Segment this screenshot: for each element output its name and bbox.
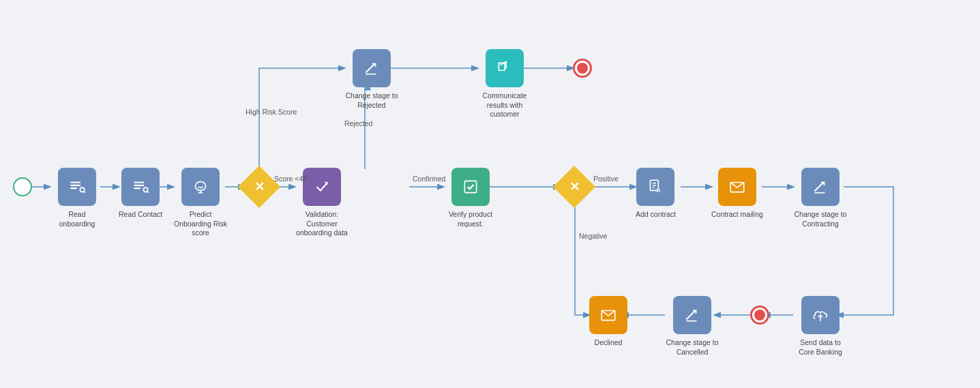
node-read-onboarding[interactable]: Read onboarding (50, 168, 104, 228)
node-verify-product[interactable]: Verify product request. (443, 168, 498, 228)
label-high-risk: High Risk Score (246, 108, 297, 116)
start-event (13, 177, 32, 196)
gateway-1[interactable]: ✕ (244, 172, 274, 202)
svg-rect-16 (70, 185, 80, 186)
node-change-rejected[interactable]: Change stage to Rejected (344, 49, 399, 110)
svg-point-23 (143, 188, 148, 192)
node-contract-mailing[interactable]: Contract mailing (711, 168, 763, 220)
node-declined[interactable]: Declined (589, 296, 627, 348)
node-change-contracting[interactable]: Change stage to Contracting (793, 168, 848, 228)
label-positive: Positive (593, 175, 619, 183)
svg-rect-29 (464, 181, 476, 192)
end-event-top (573, 59, 592, 78)
svg-line-19 (84, 192, 85, 193)
gateway-2[interactable]: ✕ (559, 172, 589, 202)
label-confirmed: Confirmed (413, 175, 445, 183)
svg-rect-21 (134, 185, 144, 186)
node-read-contact[interactable]: Read Contact (119, 168, 162, 220)
svg-point-25 (195, 181, 205, 190)
workflow-canvas: Read onboarding Read Contact Predict Onb… (0, 0, 980, 388)
node-change-cancelled[interactable]: Change stage to Cancelled (665, 296, 719, 357)
svg-point-18 (80, 188, 85, 192)
node-communicate[interactable]: Communicate results with customer (477, 49, 532, 119)
svg-line-24 (147, 192, 149, 193)
svg-rect-17 (70, 188, 77, 189)
svg-rect-15 (70, 181, 80, 183)
node-add-contract[interactable]: Add contract (636, 168, 676, 220)
end-event-mid (750, 305, 769, 325)
label-negative: Negative (579, 232, 607, 240)
svg-rect-22 (134, 188, 140, 189)
svg-rect-20 (134, 181, 144, 183)
node-predict-risk[interactable]: Predict Onboarding Risk score (173, 168, 228, 238)
label-score45: Score <45 (274, 175, 307, 183)
node-send-core[interactable]: Send data to Core Banking (793, 296, 848, 357)
label-rejected: Rejected (344, 119, 372, 128)
